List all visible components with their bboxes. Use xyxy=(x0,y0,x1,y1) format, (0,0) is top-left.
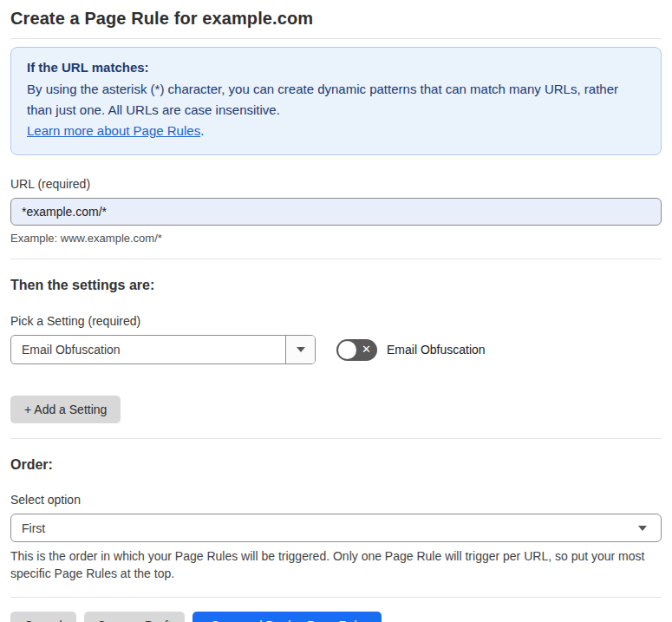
toggle-label: Email Obfuscation xyxy=(387,343,486,357)
setting-select[interactable]: Email Obfuscation xyxy=(10,335,316,364)
toggle-knob xyxy=(338,341,356,359)
order-helper-text: This is the order in which your Page Rul… xyxy=(10,547,656,582)
toggle-off-x-icon: ✕ xyxy=(362,344,371,355)
order-select-value: First xyxy=(22,521,45,535)
url-input[interactable] xyxy=(10,198,662,226)
pick-setting-label: Pick a Setting (required) xyxy=(10,314,662,328)
email-obfuscation-toggle[interactable]: ✕ xyxy=(336,339,377,361)
save-as-draft-button[interactable]: Save as Draft xyxy=(84,612,186,622)
order-select[interactable]: First xyxy=(10,514,662,542)
info-box-body: By using the asterisk (*) character, you… xyxy=(27,79,634,121)
email-obfuscation-toggle-group: ✕ Email Obfuscation xyxy=(336,339,486,361)
cancel-button[interactable]: Cancel xyxy=(10,612,76,622)
url-field-label: URL (required) xyxy=(10,177,662,191)
url-example-helper: Example: www.example.com/* xyxy=(10,232,662,245)
chevron-down-icon xyxy=(297,347,305,352)
create-page-rule-panel: Create a Page Rule for example.com If th… xyxy=(0,0,672,622)
divider xyxy=(10,38,662,39)
setting-select-arrow-button[interactable] xyxy=(285,336,315,363)
learn-more-link[interactable]: Learn more about Page Rules xyxy=(27,123,200,138)
add-setting-button[interactable]: + Add a Setting xyxy=(10,396,121,423)
footer-actions: Cancel Save as Draft Save and Deploy Pag… xyxy=(10,612,662,622)
divider xyxy=(10,438,662,439)
order-select-label: Select option xyxy=(10,493,662,507)
chevron-down-icon xyxy=(638,526,647,531)
setting-row: Email Obfuscation ✕ Email Obfuscation xyxy=(10,335,662,364)
order-section-heading: Order: xyxy=(10,457,662,473)
info-box-link-line: Learn more about Page Rules. xyxy=(27,121,645,141)
divider xyxy=(10,597,662,598)
settings-section-heading: Then the settings are: xyxy=(10,278,662,293)
link-period: . xyxy=(200,123,204,138)
setting-select-value: Email Obfuscation xyxy=(11,336,285,363)
page-title: Create a Page Rule for example.com xyxy=(10,9,662,29)
divider xyxy=(10,259,662,259)
info-box-heading: If the URL matches: xyxy=(27,57,645,78)
url-match-info-box: If the URL matches: By using the asteris… xyxy=(10,47,662,155)
save-and-deploy-button[interactable]: Save and Deploy Page Rule xyxy=(192,612,382,622)
